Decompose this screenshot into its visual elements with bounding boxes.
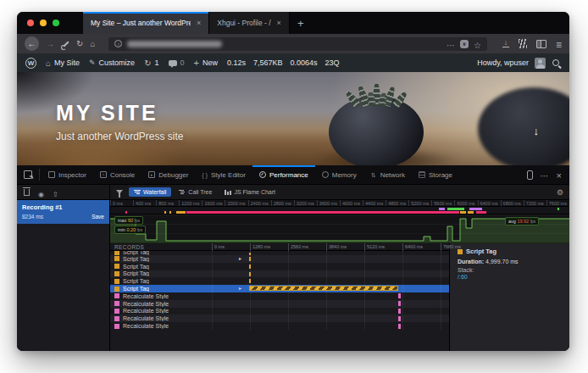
view-button-js-flame-chart[interactable]: JS Flame Chart xyxy=(219,187,280,197)
start-recording-icon[interactable] xyxy=(38,185,44,200)
record-label: Script Tag xyxy=(123,256,149,262)
browser-tab-xhgui[interactable]: Xhgui - Profile - / xyxy=(209,12,290,34)
view-button-waterfall[interactable]: Waterfall xyxy=(129,187,171,197)
plus-icon xyxy=(194,58,199,68)
avatar[interactable] xyxy=(535,58,546,69)
record-row[interactable]: Recalculate Style xyxy=(110,292,449,300)
record-row[interactable]: Script Tag▸ xyxy=(110,255,449,263)
desktop: My Site – Just another WordPress s Xhgui… xyxy=(0,0,588,373)
expander-icon[interactable]: ▸ xyxy=(239,255,241,263)
record-label: Script Tag xyxy=(123,278,149,284)
howdy-user[interactable]: Howdy, wpuser xyxy=(477,58,529,67)
element-picker-icon[interactable] xyxy=(24,170,32,179)
ruler-tick: 3600 ms xyxy=(317,200,340,206)
js-flame-chart-icon xyxy=(225,190,231,195)
admin-customize[interactable]: Customize xyxy=(89,58,135,67)
admin-comments[interactable]: 0 xyxy=(169,58,185,67)
search-icon[interactable] xyxy=(552,58,561,68)
save-recording-link[interactable]: Save xyxy=(92,214,104,220)
ruler-tick: 6800 ms xyxy=(501,200,524,206)
performance-main: WaterfallCall TreeJS Flame Chart 0 ms400… xyxy=(110,185,569,351)
ruler-tick: 1200 ms xyxy=(179,200,202,206)
forward-button[interactable] xyxy=(46,39,54,48)
wordpress-logo-icon[interactable] xyxy=(25,58,36,69)
close-icon[interactable] xyxy=(197,19,201,27)
home-button[interactable] xyxy=(90,40,95,48)
expander-icon[interactable]: ▸ xyxy=(239,285,241,292)
detail-stack-link[interactable]: /:60 xyxy=(458,274,562,280)
responsive-mode-icon[interactable] xyxy=(527,170,533,180)
url-bar[interactable] xyxy=(108,37,487,51)
record-row[interactable]: Script Tag xyxy=(110,270,449,278)
record-row[interactable]: Script Tag xyxy=(110,277,449,285)
script-tag-icon xyxy=(114,271,119,276)
gear-icon[interactable] xyxy=(557,188,563,197)
site-info-icon[interactable] xyxy=(114,40,122,47)
ruler-tick: 4400 ms xyxy=(363,200,386,206)
wrench-icon[interactable] xyxy=(61,40,69,48)
bookmark-star-icon[interactable] xyxy=(474,36,481,52)
devtools-toolbar: InspectorConsoleDebuggerStyle EditorPerf… xyxy=(17,165,569,185)
browser-tab-my-site[interactable]: My Site – Just another WordPress s xyxy=(83,12,209,34)
navigation-bar xyxy=(17,34,569,53)
devtools-tab-performance[interactable]: Performance xyxy=(252,165,315,184)
sidebar-button[interactable] xyxy=(536,40,546,48)
admin-my-site[interactable]: My Site xyxy=(46,58,80,68)
console-icon xyxy=(100,171,107,178)
close-icon[interactable] xyxy=(277,19,281,27)
ruler-tick: 2800 ms xyxy=(271,200,294,206)
library-button[interactable] xyxy=(519,39,527,48)
records-time-label: 7680 ms xyxy=(441,243,461,251)
page-actions-icon[interactable] xyxy=(447,36,455,52)
ruler-tick: 5600 ms xyxy=(431,200,454,206)
admin-new[interactable]: New xyxy=(194,58,218,68)
new-tab-button[interactable] xyxy=(290,12,312,34)
devtools-tab-debugger[interactable]: Debugger xyxy=(141,165,195,184)
record-row[interactable]: Recalculate Style xyxy=(110,315,449,322)
downloads-button[interactable] xyxy=(502,40,509,47)
site-title[interactable]: MY SITE xyxy=(56,101,184,125)
updates-icon xyxy=(144,58,151,68)
back-button[interactable] xyxy=(25,36,39,51)
record-row[interactable]: Script Tag xyxy=(110,263,449,270)
devtools-tabs: InspectorConsoleDebuggerStyle EditorPerf… xyxy=(42,165,459,184)
hamburger-menu-button[interactable] xyxy=(556,36,562,52)
recalculate-style-icon xyxy=(114,301,119,306)
devtools-tab-storage[interactable]: Storage xyxy=(412,165,459,184)
devtools-tab-network[interactable]: Network xyxy=(363,165,412,184)
reload-button[interactable] xyxy=(76,40,83,48)
filter-icon[interactable] xyxy=(116,190,123,194)
close-window-button[interactable] xyxy=(27,19,34,26)
query-count: 23Q xyxy=(325,58,340,67)
tab-bar: My Site – Just another WordPress s Xhgui… xyxy=(17,12,569,34)
framerate-graph[interactable]: max 60 fps min 0.20 fps avg 19.92 fps xyxy=(110,214,569,243)
record-row[interactable]: Recalculate Style xyxy=(110,300,449,308)
timeline-ruler[interactable]: 0 ms400 ms800 ms1200 ms1600 ms2000 ms240… xyxy=(110,200,569,207)
import-recording-icon[interactable] xyxy=(53,185,58,200)
record-row[interactable]: Script Tag▸ xyxy=(110,285,449,292)
devtools-close-icon[interactable] xyxy=(557,167,562,182)
scroll-down-arrow-icon[interactable] xyxy=(534,125,540,137)
record-row[interactable]: Recalculate Style xyxy=(110,308,449,315)
record-row[interactable]: Recalculate Style xyxy=(110,322,449,330)
devtools-tab-console[interactable]: Console xyxy=(93,165,141,184)
pocket-icon[interactable] xyxy=(460,40,469,48)
wp-admin-bar: My Site Customize 1 0 New 0.12s 7,567KB xyxy=(17,53,569,72)
ruler-tick: 800 ms xyxy=(156,200,179,206)
record-label: Recalculate Style xyxy=(123,315,169,321)
ruler-tick: 3200 ms xyxy=(294,200,317,206)
record-label: Script Tag xyxy=(123,286,149,292)
records-time-label: 2560 ms xyxy=(288,243,308,251)
devtools-tab-style-editor[interactable]: Style Editor xyxy=(195,165,252,184)
clear-recordings-icon[interactable] xyxy=(24,189,30,196)
timeline-overview[interactable] xyxy=(110,207,569,214)
recording-item[interactable]: Recording #1 8234 ms Save xyxy=(17,200,109,224)
minimize-window-button[interactable] xyxy=(40,19,47,26)
devtools-menu-icon[interactable] xyxy=(541,167,549,182)
ruler-tick: 400 ms xyxy=(133,200,156,206)
devtools-tab-memory[interactable]: Memory xyxy=(315,165,363,184)
view-button-call-tree[interactable]: Call Tree xyxy=(174,187,217,197)
admin-updates[interactable]: 1 xyxy=(144,58,158,68)
zoom-window-button[interactable] xyxy=(53,19,59,26)
devtools-tab-inspector[interactable]: Inspector xyxy=(42,165,93,184)
